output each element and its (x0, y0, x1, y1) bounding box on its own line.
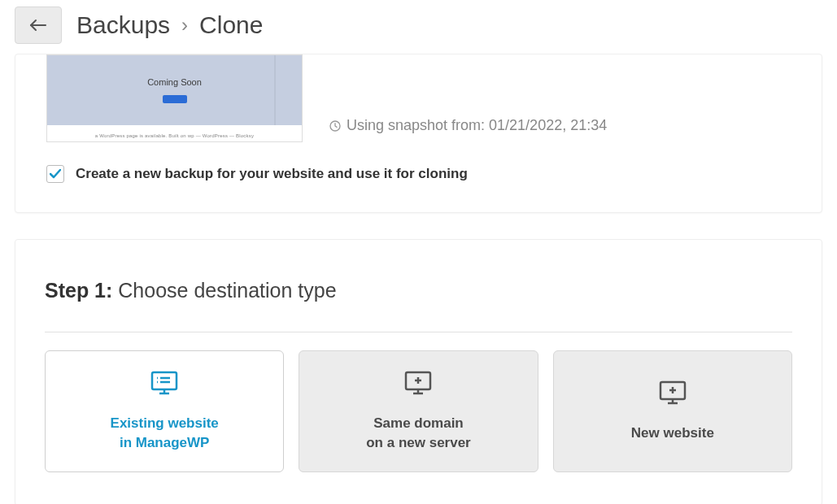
thumbnail-placeholder-text: Coming Soon (147, 77, 202, 87)
option-same-domain-new-server[interactable]: Same domain on a new server (299, 350, 538, 472)
option-label-line2: in ManageWP (120, 433, 210, 453)
breadcrumb-root[interactable]: Backups (76, 11, 170, 39)
option-label-line1: Same domain (373, 414, 464, 433)
option-existing-website[interactable]: Existing website in ManageWP (45, 350, 284, 472)
svg-rect-2 (152, 372, 177, 389)
breadcrumb: Backups › Clone (76, 11, 263, 39)
arrow-left-icon (29, 19, 47, 32)
create-backup-label: Create a new backup for your website and… (76, 166, 468, 182)
monitor-plus-icon (404, 371, 432, 399)
page-header: Backups › Clone (0, 0, 837, 54)
back-button[interactable] (15, 7, 62, 44)
option-label-line1: Existing website (111, 414, 219, 433)
clock-icon (329, 119, 342, 133)
thumbnail-button-graphic (163, 95, 187, 103)
option-new-website[interactable]: New website (553, 350, 792, 472)
step1-card: Step 1: Choose destination type Existing… (15, 239, 822, 504)
website-thumbnail: Coming Soon a WordPress page is availabl… (46, 54, 303, 142)
monitor-plus-icon (659, 380, 687, 409)
create-backup-checkbox[interactable] (46, 165, 64, 183)
monitor-list-icon (150, 371, 178, 399)
divider (45, 332, 792, 332)
option-label-line2: on a new server (366, 433, 471, 453)
snapshot-timestamp: Using snapshot from: 01/21/2022, 21:34 (329, 117, 607, 142)
step1-title: Step 1: Choose destination type (45, 279, 792, 302)
thumbnail-footer-text: a WordPress page is available. Built on … (47, 133, 302, 138)
option-label-line1: New website (631, 424, 714, 443)
check-icon (50, 169, 61, 179)
chevron-right-icon: › (181, 14, 188, 37)
source-snapshot-card: Coming Soon a WordPress page is availabl… (15, 54, 822, 213)
breadcrumb-current: Clone (199, 11, 263, 39)
